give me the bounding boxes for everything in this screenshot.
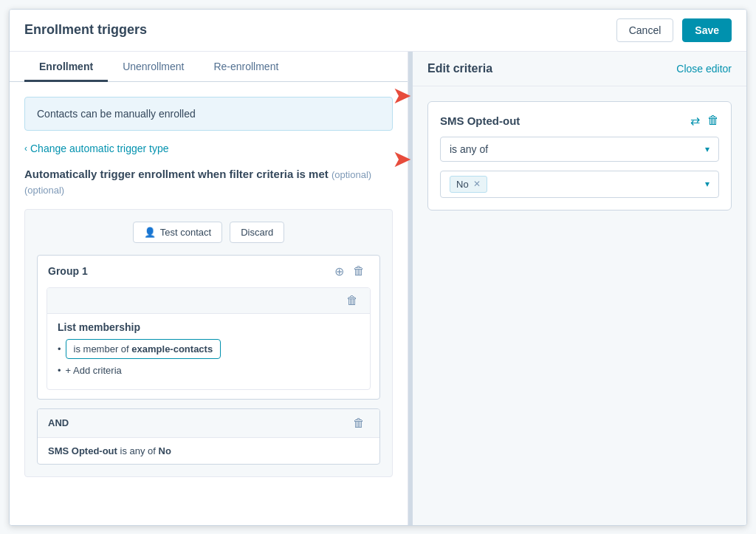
add-criteria-item: • + Add criteria — [58, 363, 360, 377]
red-arrow-2: ➤ — [392, 145, 412, 173]
add-criteria-label: + Add criteria — [66, 365, 122, 376]
save-button[interactable]: Save — [682, 18, 732, 42]
right-content: SMS Opted-out ⇄ 🗑 is any of ▾ — [413, 86, 746, 225]
condition-dropdown[interactable]: is any of ▾ — [440, 137, 719, 162]
filter-area: 👤 Test contact Discard Group 1 ⊕ 🗑 — [24, 209, 393, 477]
red-arrow-1: ➤ — [392, 81, 412, 109]
criteria-card-title: SMS Opted-out — [440, 114, 520, 127]
group1-label: Group 1 — [48, 265, 88, 277]
bullet-icon: • — [58, 343, 61, 355]
and-group-body: SMS Opted-out is any of No — [38, 438, 379, 464]
criteria-inner-delete-button[interactable]: 🗑 — [342, 292, 362, 309]
left-panel: Enrollment Unenrollment Re-enrollment Co… — [10, 52, 408, 525]
tabs: Enrollment Unenrollment Re-enrollment — [10, 52, 408, 82]
swap-icon-button[interactable]: ⇄ — [690, 114, 700, 128]
group1-copy-button[interactable]: ⊕ — [330, 263, 348, 280]
criteria-card-header: SMS Opted-out ⇄ 🗑 — [440, 114, 719, 128]
cancel-button[interactable]: Cancel — [616, 18, 674, 42]
and-group-header: AND 🗑 — [38, 409, 379, 438]
body-split: Enrollment Unenrollment Re-enrollment Co… — [10, 52, 746, 525]
arrows-container: ➤ ➤ — [392, 81, 412, 173]
criteria-card: SMS Opted-out ⇄ 🗑 is any of ▾ — [427, 101, 732, 210]
tag-container: No ✕ — [450, 176, 487, 193]
filter-toolbar: 👤 Test contact Discard — [37, 222, 380, 243]
manually-enrolled-box: Contacts can be manually enrolled — [24, 97, 393, 131]
group1-header: Group 1 ⊕ 🗑 — [38, 256, 379, 287]
and-label: AND — [48, 417, 348, 428]
test-contact-button[interactable]: 👤 Test contact — [133, 222, 222, 243]
list-membership-title: List membership — [58, 321, 360, 333]
and-summary-text: SMS Opted-out is any of No — [48, 445, 171, 456]
list-membership-card: List membership • is member of example-c… — [47, 314, 370, 389]
manually-enrolled-text: Contacts can be manually enrolled — [37, 108, 196, 120]
group1-delete-button[interactable]: 🗑 — [348, 263, 369, 279]
chevron-down-icon: ▾ — [705, 144, 709, 154]
header: Enrollment triggers Cancel Save — [10, 10, 746, 52]
discard-button[interactable]: Discard — [230, 222, 284, 243]
page-title: Enrollment triggers — [24, 22, 608, 38]
right-header: Edit criteria Close editor — [413, 52, 746, 86]
criteria-inner: 🗑 List membership • is member of example… — [47, 287, 371, 390]
trash-icon-button[interactable]: 🗑 — [707, 114, 719, 127]
value-chevron-down-icon: ▾ — [705, 179, 709, 189]
close-editor-button[interactable]: Close editor — [676, 63, 732, 75]
main-container: Enrollment triggers Cancel Save Enrollme… — [9, 9, 747, 526]
membership-item: • is member of example-contacts — [58, 339, 360, 359]
and-group-box: AND 🗑 SMS Opted-out is any of No — [37, 408, 380, 465]
chevron-left-icon: ‹ — [24, 143, 27, 154]
group1-box: Group 1 ⊕ 🗑 🗑 List membership — [37, 255, 380, 400]
optional-label: (optional) — [331, 169, 371, 180]
tab-enrollment[interactable]: Enrollment — [24, 52, 108, 82]
value-tag-input[interactable]: No ✕ ▾ — [440, 171, 719, 198]
tag-value: No — [456, 179, 469, 190]
add-criteria-button[interactable]: + Add criteria — [66, 363, 122, 377]
right-panel: Edit criteria Close editor SMS Opted-out… — [413, 52, 746, 525]
condition-label: is any of — [450, 143, 488, 155]
change-trigger-label: Change automatic trigger type — [30, 143, 169, 154]
tab-unenrollment[interactable]: Unenrollment — [108, 52, 199, 82]
right-title: Edit criteria — [427, 62, 676, 75]
tab-reenrollment[interactable]: Re-enrollment — [199, 52, 293, 82]
membership-value[interactable]: is member of example-contacts — [66, 339, 221, 359]
change-trigger-link[interactable]: ‹ Change automatic trigger type — [24, 143, 393, 154]
auto-trigger-title: Automatically trigger enrollment when fi… — [24, 166, 393, 197]
person-icon: 👤 — [144, 227, 156, 238]
and-group-delete-button[interactable]: 🗑 — [348, 415, 369, 431]
left-content: Contacts can be manually enrolled ‹ Chan… — [10, 82, 408, 492]
no-tag: No ✕ — [450, 176, 487, 193]
criteria-inner-header: 🗑 — [47, 288, 370, 314]
criteria-card-icons: ⇄ 🗑 — [690, 114, 719, 128]
tag-close-icon[interactable]: ✕ — [473, 179, 481, 189]
bullet-icon-2: • — [58, 365, 61, 376]
